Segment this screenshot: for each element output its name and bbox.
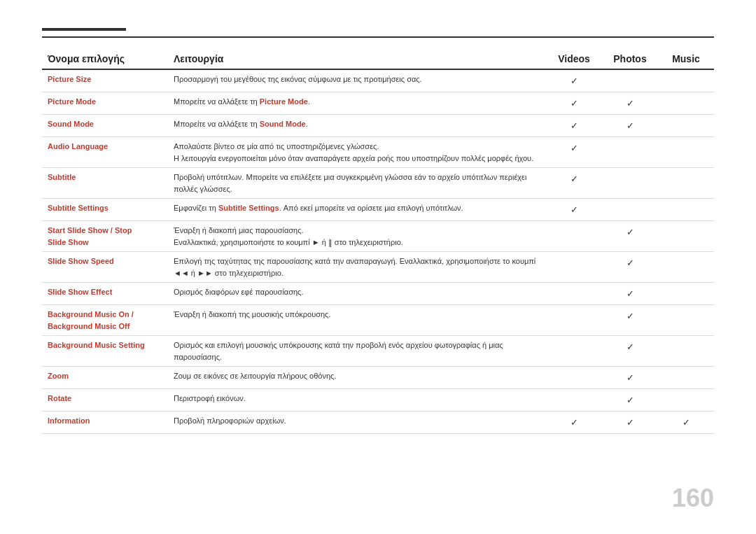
table-row: Audio LanguageΑπολαύστε βίντεο σε μία απ…: [42, 137, 714, 168]
row-videos-check: [546, 305, 602, 336]
row-function: Προβολή υπότιτλων. Μπορείτε να επιλέξετε…: [168, 168, 546, 199]
row-name: Slide Show Speed: [42, 252, 168, 283]
row-videos-check: [546, 283, 602, 305]
check-icon: [626, 372, 634, 383]
row-name: Start Slide Show / StopSlide Show: [42, 221, 168, 252]
row-music-check: [658, 115, 714, 137]
row-photos-check: [602, 283, 658, 305]
row-videos-check: [546, 336, 602, 367]
table-row: Slide Show EffectΟρισμός διαφόρων εφέ πα…: [42, 283, 714, 305]
row-videos-check: [546, 252, 602, 283]
check-icon: [626, 120, 634, 131]
row-name: Information: [42, 412, 168, 434]
check-icon: [626, 394, 634, 405]
page-number: 160: [672, 484, 714, 513]
row-videos-check: [546, 92, 602, 115]
row-photos-check: [602, 305, 658, 336]
check-icon: [626, 310, 634, 321]
row-videos-check: [546, 168, 602, 199]
row-videos-check: [546, 199, 602, 221]
table-row: Background Music SettingΟρισμός και επιλ…: [42, 336, 714, 367]
header-name: Όνομα επιλογής: [42, 49, 168, 69]
row-videos-check: [546, 115, 602, 137]
row-function: Επιλογή της ταχύτητας της παρουσίασης κα…: [168, 252, 546, 283]
row-music-check: [658, 69, 714, 92]
check-icon: [570, 97, 578, 108]
row-music-check: [658, 92, 714, 115]
table-row: ZoomΖουμ σε εικόνες σε λειτουργία πλήρου…: [42, 367, 714, 389]
table-header-row: Όνομα επιλογής Λειτουργία Videos Photos …: [42, 49, 714, 69]
row-videos-check: [546, 412, 602, 434]
row-function: Εμφανίζει τη Subtitle Settings. Από εκεί…: [168, 199, 546, 221]
check-icon: [626, 341, 634, 352]
header-function: Λειτουργία: [168, 49, 546, 69]
row-name: Slide Show Effect: [42, 283, 168, 305]
row-music-check: [658, 283, 714, 305]
row-function: Έναρξη ή διακοπή μιας παρουσίασης.Εναλλα…: [168, 221, 546, 252]
row-music-check: [658, 389, 714, 412]
header-photos: Photos: [602, 49, 658, 69]
row-name: Rotate: [42, 389, 168, 412]
row-videos-check: [546, 221, 602, 252]
row-function: Απολαύστε βίντεο σε μία από τις υποστηρι…: [168, 137, 546, 168]
row-music-check: [658, 367, 714, 389]
check-icon: [626, 257, 634, 268]
row-music-check: [658, 412, 714, 434]
table-row: RotateΠεριστροφή εικόνων.: [42, 389, 714, 412]
check-icon: [570, 75, 578, 86]
top-bar: [42, 36, 714, 38]
page-container: Όνομα επιλογής Λειτουργία Videos Photos …: [0, 0, 756, 534]
table-row: SubtitleΠροβολή υπότιτλων. Μπορείτε να ε…: [42, 168, 714, 199]
row-photos-check: [602, 199, 658, 221]
row-function: Προσαρμογή του μεγέθους της εικόνας σύμφ…: [168, 69, 546, 92]
row-videos-check: [546, 389, 602, 412]
header-videos: Videos: [546, 49, 602, 69]
row-name: Background Music On /Background Music Of…: [42, 305, 168, 336]
check-icon: [626, 226, 634, 237]
check-icon: [682, 416, 690, 428]
row-photos-check: [602, 168, 658, 199]
table-row: InformationΠροβολή πληροφοριών αρχείων.: [42, 412, 714, 434]
check-icon: [626, 416, 634, 428]
check-icon: [570, 416, 578, 428]
row-name: Picture Size: [42, 69, 168, 92]
table-row: Picture SizeΠροσαρμογή του μεγέθους της …: [42, 69, 714, 92]
row-photos-check: [602, 115, 658, 137]
row-photos-check: [602, 412, 658, 434]
row-music-check: [658, 168, 714, 199]
check-icon: [570, 120, 578, 131]
row-name: Subtitle: [42, 168, 168, 199]
table-row: Slide Show SpeedΕπιλογή της ταχύτητας τη…: [42, 252, 714, 283]
check-icon: [570, 173, 578, 184]
row-photos-check: [602, 336, 658, 367]
row-function: Έναρξη ή διακοπή της μουσικής υπόκρουσης…: [168, 305, 546, 336]
row-name: Picture Mode: [42, 92, 168, 115]
row-photos-check: [602, 221, 658, 252]
row-photos-check: [602, 137, 658, 168]
row-name: Zoom: [42, 367, 168, 389]
options-table: Όνομα επιλογής Λειτουργία Videos Photos …: [42, 49, 714, 434]
row-name: Sound Mode: [42, 115, 168, 137]
row-photos-check: [602, 252, 658, 283]
row-videos-check: [546, 367, 602, 389]
top-decoration: [42, 28, 126, 31]
row-photos-check: [602, 69, 658, 92]
check-icon: [570, 204, 578, 215]
row-music-check: [658, 336, 714, 367]
row-function: Περιστροφή εικόνων.: [168, 389, 546, 412]
row-function: Ορισμός και επιλογή μουσικής υπόκρουσης …: [168, 336, 546, 367]
table-row: Subtitle SettingsΕμφανίζει τη Subtitle S…: [42, 199, 714, 221]
row-function: Μπορείτε να αλλάξετε τη Sound Mode.: [168, 115, 546, 137]
row-function: Μπορείτε να αλλάξετε τη Picture Mode.: [168, 92, 546, 115]
check-icon: [570, 142, 578, 153]
table-row: Sound ModeΜπορείτε να αλλάξετε τη Sound …: [42, 115, 714, 137]
row-function: Προβολή πληροφοριών αρχείων.: [168, 412, 546, 434]
check-icon: [626, 288, 634, 299]
row-videos-check: [546, 69, 602, 92]
row-photos-check: [602, 92, 658, 115]
table-body: Picture SizeΠροσαρμογή του μεγέθους της …: [42, 69, 714, 434]
row-photos-check: [602, 367, 658, 389]
row-name: Audio Language: [42, 137, 168, 168]
row-music-check: [658, 199, 714, 221]
table-row: Picture ModeΜπορείτε να αλλάξετε τη Pict…: [42, 92, 714, 115]
